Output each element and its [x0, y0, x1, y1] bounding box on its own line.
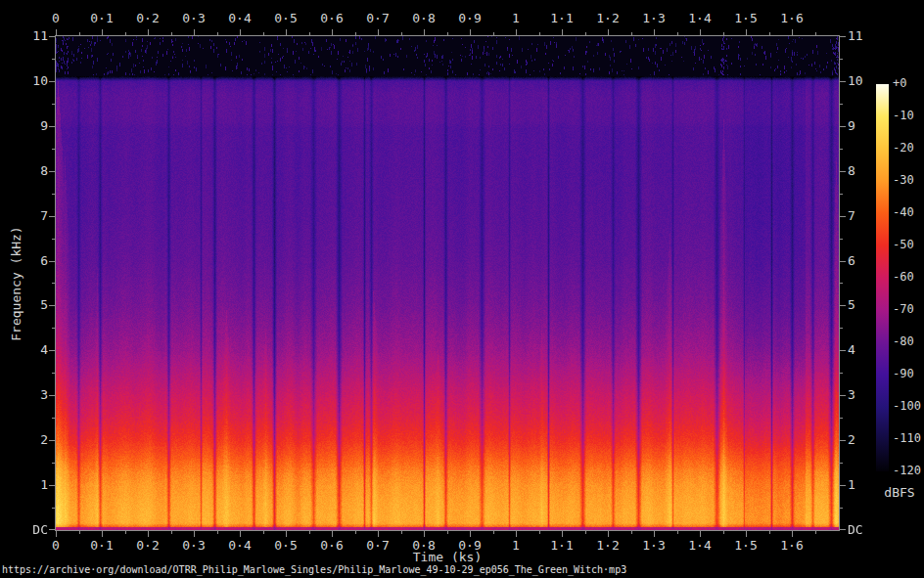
y-axis-major-tick-left	[49, 171, 55, 172]
y-axis-tick-label-right: 3	[848, 388, 855, 401]
spectrogram-figure: Frequency (kHz) 000·10·10·20·20·30·30·40…	[0, 0, 924, 578]
x-axis-tick-label-bottom: 0·2	[136, 539, 159, 552]
x-axis-minor-tick-bottom	[631, 531, 632, 534]
x-axis-tick-label-top: 0·5	[274, 12, 297, 24]
x-axis-tick-label-top: 0·2	[136, 12, 159, 24]
y-axis-major-tick-right	[840, 216, 846, 217]
y-axis-tick-label-right: 11	[848, 29, 863, 42]
y-axis-tick-label-right: 1	[848, 478, 855, 491]
x-axis-tick-label-top: 1·3	[642, 12, 665, 24]
x-axis-minor-tick-bottom	[263, 531, 264, 534]
x-axis-minor-tick-bottom	[539, 531, 540, 534]
x-axis-minor-tick-bottom	[585, 531, 586, 534]
y-axis-major-tick-left	[49, 36, 55, 37]
x-axis-tick-label-top: 1·1	[550, 12, 573, 24]
x-axis-minor-tick-top	[217, 32, 218, 35]
x-axis-tick-label-bottom: 0·5	[274, 539, 297, 552]
y-axis-minor-tick-left	[52, 508, 55, 509]
y-axis-minor-tick-right	[840, 194, 843, 195]
x-axis-major-tick-bottom	[378, 531, 379, 537]
y-axis-title: Frequency (kHz)	[10, 142, 23, 425]
y-axis-minor-tick-right	[840, 418, 843, 419]
x-axis-minor-tick-top	[631, 32, 632, 35]
x-axis-major-tick-top	[424, 29, 425, 35]
x-axis-tick-label-bottom: 0·1	[90, 539, 113, 552]
colorbar-tick-label: -110	[893, 432, 921, 445]
y-axis-minor-tick-left	[52, 463, 55, 464]
x-axis-tick-label-top: 0·7	[366, 12, 389, 24]
x-axis-minor-tick-bottom	[355, 531, 356, 534]
x-axis-minor-tick-top	[79, 32, 80, 35]
x-axis-major-tick-top	[148, 29, 149, 35]
y-axis-minor-tick-right	[840, 508, 843, 509]
y-axis-major-tick-right	[840, 305, 846, 306]
y-axis-major-tick-right	[840, 36, 846, 37]
x-axis-minor-tick-bottom	[769, 531, 770, 534]
y-axis-minor-tick-right	[840, 59, 843, 60]
y-axis-minor-tick-left	[52, 283, 55, 284]
x-axis-tick-label-bottom: 1·3	[642, 539, 665, 552]
y-axis-tick-label-left: 3	[8, 388, 48, 401]
y-axis-minor-tick-left	[52, 104, 55, 105]
x-axis-major-tick-bottom	[792, 531, 793, 537]
x-axis-major-tick-top	[378, 29, 379, 35]
y-axis-major-tick-right	[840, 261, 846, 262]
x-axis-minor-tick-bottom	[447, 531, 448, 534]
x-axis-minor-tick-bottom	[401, 531, 402, 534]
x-axis-tick-label-top: 0·9	[458, 12, 481, 24]
x-axis-minor-tick-bottom	[493, 531, 494, 534]
x-axis-major-tick-bottom	[240, 531, 241, 537]
x-axis-minor-tick-bottom	[815, 531, 816, 534]
colorbar-tick-label: -60	[893, 271, 914, 284]
y-axis-major-tick-right	[840, 81, 846, 82]
y-axis-tick-label-right: 7	[848, 209, 855, 222]
x-axis-minor-tick-top	[585, 32, 586, 35]
x-axis-major-tick-top	[654, 29, 655, 35]
y-axis-tick-label-left: 8	[8, 164, 48, 177]
y-axis-major-tick-right	[840, 485, 846, 486]
x-axis-major-tick-bottom	[148, 531, 149, 537]
y-axis-major-tick-right	[840, 171, 846, 172]
x-axis-minor-tick-top	[493, 32, 494, 35]
x-axis-major-tick-top	[102, 29, 103, 35]
y-axis-major-tick-left	[49, 305, 55, 306]
colorbar-tick-label: +0	[893, 77, 906, 90]
colorbar-tick-label: -50	[893, 239, 914, 251]
x-axis-major-tick-bottom	[516, 531, 517, 537]
colorbar-tick-label: -10	[893, 110, 914, 122]
x-axis-major-tick-top	[194, 29, 195, 35]
y-axis-major-tick-right	[840, 395, 846, 396]
x-axis-major-tick-top	[608, 29, 609, 35]
y-axis-minor-tick-right	[840, 328, 843, 329]
x-axis-tick-label-top: 1·4	[688, 12, 711, 24]
x-axis-major-tick-bottom	[746, 531, 747, 537]
x-axis-minor-tick-top	[723, 32, 724, 35]
x-axis-major-tick-top	[562, 29, 563, 35]
x-axis-major-tick-top	[700, 29, 701, 35]
y-axis-minor-tick-left	[52, 59, 55, 60]
x-axis-tick-label-bottom: 1·6	[780, 539, 803, 552]
x-axis-major-tick-top	[470, 29, 471, 35]
x-axis-minor-tick-top	[769, 32, 770, 35]
y-axis-major-tick-left	[49, 126, 55, 127]
spectrogram-image	[56, 36, 839, 530]
y-axis-major-tick-right	[840, 126, 846, 127]
x-axis-minor-tick-top	[677, 32, 678, 35]
x-axis-tick-label-top: 1·6	[780, 12, 803, 24]
y-axis-major-tick-left	[49, 529, 55, 530]
x-axis-major-tick-top	[240, 29, 241, 35]
y-axis-minor-tick-right	[840, 149, 843, 150]
x-axis-minor-tick-top	[539, 32, 540, 35]
y-axis-minor-tick-right	[840, 239, 843, 240]
y-axis-tick-label-right: 2	[848, 433, 855, 446]
y-axis-minor-tick-right	[840, 283, 843, 284]
x-axis-minor-tick-top	[355, 32, 356, 35]
y-axis-tick-label-right: 4	[848, 343, 855, 356]
colorbar-unit-label: dBFS	[876, 486, 923, 500]
x-axis-major-tick-bottom	[608, 531, 609, 537]
y-axis-major-tick-left	[49, 350, 55, 351]
x-axis-tick-label-bottom: 1·4	[688, 539, 711, 552]
x-axis-minor-tick-top	[401, 32, 402, 35]
y-axis-tick-label-left: 4	[8, 343, 48, 356]
x-axis-title: Time (ks)	[300, 551, 594, 564]
